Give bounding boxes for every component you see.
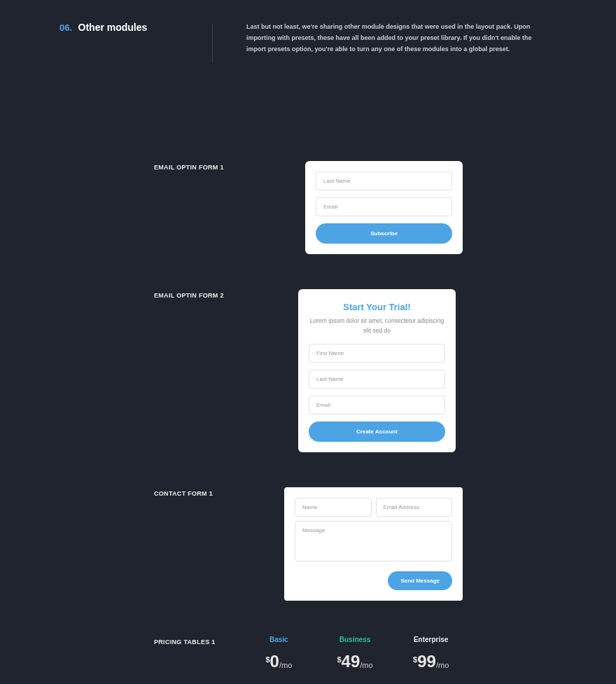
optin2-create-button[interactable]: Create Account <box>309 421 445 442</box>
period: /mo <box>436 661 449 669</box>
pricing-col-enterprise: Enterprise $ 99 /mo Initial Consultation… <box>393 636 469 684</box>
optin2-email-input[interactable] <box>309 396 445 414</box>
plan-name-basic: Basic <box>241 636 317 643</box>
header-divider <box>212 24 213 63</box>
pricing-col-business: Business $ 49 /mo Initial Consultation N… <box>317 636 393 684</box>
price-line: $ 99 /mo <box>393 653 469 670</box>
contact-send-button[interactable]: Send Message <box>388 571 452 590</box>
contact-card: Send Message <box>284 487 463 601</box>
label-optin2: EMAIL OPTIN FORM 2 <box>154 289 284 452</box>
contact-email-input[interactable] <box>376 498 453 517</box>
section-description: Last but not least, we're sharing other … <box>246 21 547 63</box>
section-heading: 06. Other modules <box>59 21 192 63</box>
price-line: $ 49 /mo <box>317 653 393 670</box>
optin2-subtitle: Lorem ipsum dolor sit amet, consectetur … <box>309 316 445 335</box>
contact-name-input[interactable] <box>295 498 372 517</box>
optin2-title: Start Your Trial! <box>309 302 445 312</box>
optin2-firstname-input[interactable] <box>309 344 445 363</box>
optin2-lastname-input[interactable] <box>309 370 445 389</box>
optin1-card: Subscribe <box>305 161 463 254</box>
optin1-subscribe-button[interactable]: Subscribe <box>316 223 452 244</box>
optin2-card: Start Your Trial! Lorem ipsum dolor sit … <box>298 289 456 452</box>
optin1-lastname-input[interactable] <box>316 172 452 190</box>
pricing-wrap: Basic $ 0 /mo Initial Consultation No cr… <box>241 636 469 684</box>
label-optin1: EMAIL OPTIN FORM 1 <box>154 161 284 254</box>
plan-name-enterprise: Enterprise <box>393 636 469 643</box>
period: /mo <box>279 661 292 669</box>
contact-message-textarea[interactable] <box>295 521 452 561</box>
period: /mo <box>360 661 372 669</box>
label-contact1: CONTACT FORM 1 <box>154 487 284 601</box>
price-business: 49 <box>342 653 360 670</box>
optin1-email-input[interactable] <box>316 197 452 216</box>
pricing-col-basic: Basic $ 0 /mo Initial Consultation No cr… <box>241 636 317 684</box>
price-enterprise: 99 <box>417 653 436 670</box>
section-number: 06. <box>59 22 72 33</box>
plan-name-business: Business <box>317 636 393 643</box>
price-line: $ 0 /mo <box>241 653 317 670</box>
section-title: Other modules <box>78 22 148 33</box>
label-pricing1: PRICING TABLES 1 <box>154 636 241 684</box>
price-basic: 0 <box>270 653 279 670</box>
